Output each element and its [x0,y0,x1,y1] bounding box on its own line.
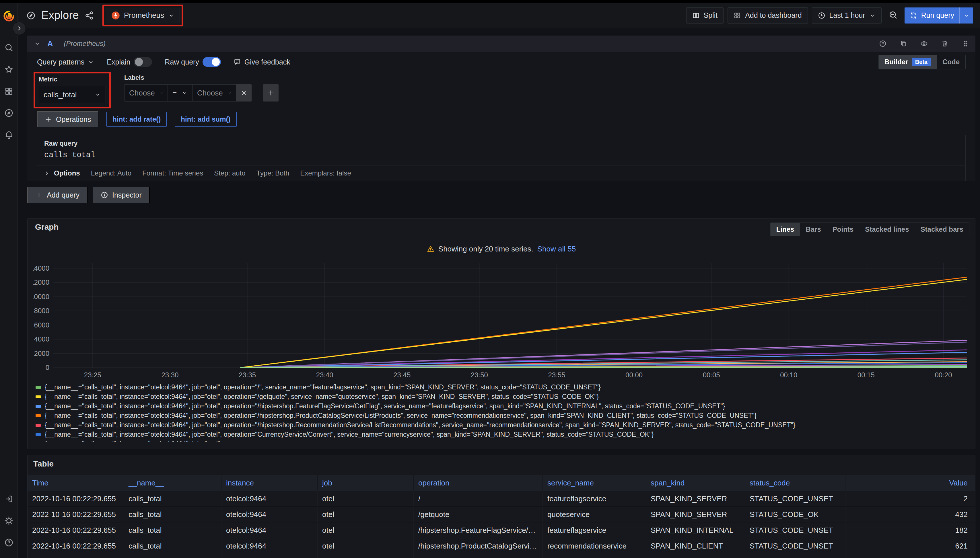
sidebar [0,3,18,558]
legend-item[interactable]: {__name__="calls_total", instance="otelc… [36,392,969,401]
chevron-down-icon [228,90,231,96]
column-header-span_kind[interactable]: span_kind [646,475,745,491]
drag-handle-icon[interactable] [962,40,969,47]
table-row[interactable]: 2022-10-16 00:22:29.655calls_totalotelco… [28,507,975,522]
cell-job: otel [317,522,413,538]
chevron-down-icon [95,92,101,98]
tab-builder[interactable]: Builder Beta [879,55,937,69]
share-icon[interactable] [85,11,94,20]
legend-item[interactable]: {__name__="calls_total", instance="otelc… [36,439,969,441]
zoom-out-button[interactable] [886,10,901,20]
graph-mode-stacked-lines[interactable]: Stacked lines [859,223,914,236]
cell-value: 621 [845,554,975,558]
sidebar-expand-button[interactable] [13,22,26,35]
datasource-picker[interactable]: Prometheus [106,8,180,23]
datasource-name: Prometheus [124,11,164,20]
sidebar-item-alerting[interactable] [0,124,18,146]
add-to-dashboard-button[interactable]: Add to dashboard [728,7,807,23]
y-axis-tick: 6000 [34,321,49,329]
add-query-button[interactable]: Add query [27,187,87,203]
run-query-button[interactable]: Run query [904,7,973,23]
query-help-icon[interactable] [879,40,886,47]
column-header-instance[interactable]: instance [221,475,317,491]
explain-toggle[interactable] [134,57,152,67]
table-row[interactable]: 2022-10-16 00:22:29.655calls_totalotelco… [28,522,975,538]
y-axis-tick: 8000 [34,307,49,315]
add-operation-button[interactable]: Operations [37,111,99,127]
split-button[interactable]: Split [686,7,724,23]
options-collapse-toggle[interactable]: Options [44,169,80,177]
duplicate-query-icon[interactable] [899,40,907,47]
x-axis-tick: 23:25 [84,371,101,379]
explain-label: Explain [107,58,130,66]
label-name-select[interactable]: Choose [124,84,168,102]
label-value-select[interactable]: Choose [192,84,236,102]
time-range-picker[interactable]: Last 1 hour [812,7,881,23]
table-row[interactable]: 2022-10-16 00:22:29.655calls_totalotelco… [28,538,975,554]
cell-span_kind: SPAN_KIND_CLIENT [646,538,745,554]
legend-item[interactable]: {__name__="calls_total", instance="otelc… [36,411,969,420]
legend-item[interactable]: {__name__="calls_total", instance="otelc… [36,382,969,392]
plus-icon [267,89,275,97]
query-ref-id: A [47,39,53,48]
trash-icon[interactable] [941,40,949,47]
sidebar-item-starred[interactable] [0,59,18,80]
graph-mode-points[interactable]: Points [827,223,859,236]
graph-mode-stacked-bars[interactable]: Stacked bars [915,223,969,236]
split-label: Split [704,11,718,20]
column-header-status_code[interactable]: status_code [745,475,845,491]
x-axis-tick: 23:35 [239,371,256,379]
hint-add-sum-button[interactable]: hint: add sum() [175,112,237,127]
chevron-down-icon [160,90,163,96]
column-header-value[interactable]: Value [845,475,975,491]
legend-item[interactable]: {__name__="calls_total", instance="otelc… [36,401,969,411]
graph-mode-bars[interactable]: Bars [800,223,827,236]
cell-name: calls_total [123,538,221,554]
grafana-logo[interactable] [3,3,15,29]
label-operator-select[interactable]: = [168,84,192,102]
sidebar-top-icons [0,37,18,146]
compass-icon [4,108,13,118]
tab-code[interactable]: Code [937,55,965,69]
legend-series-label: {__name__="calls_total", instance="otelc… [45,440,229,441]
sidebar-item-sign-in[interactable] [0,488,18,510]
legend-color-swatch [36,424,41,427]
disable-query-eye-icon[interactable] [920,40,928,47]
graph-mode-lines[interactable]: Lines [771,223,800,236]
sidebar-item-dashboards[interactable] [0,80,18,102]
legend-item[interactable]: {__name__="calls_total", instance="otelc… [36,430,969,439]
query-row-header[interactable]: A (Prometheus) [27,36,975,52]
query-editor-body: Query patterns Explain Raw query Give fe… [27,52,975,181]
legend-item[interactable]: {__name__="calls_total", instance="otelc… [36,420,969,430]
sidebar-item-explore[interactable] [0,102,18,124]
chevron-down-icon[interactable] [34,40,41,47]
raw-query-toggle[interactable] [202,57,221,67]
column-header-operation[interactable]: operation [413,475,543,491]
label-operator-value: = [173,89,177,97]
query-patterns-dropdown[interactable]: Query patterns [37,58,94,66]
remove-label-filter-button[interactable] [236,84,252,102]
column-header-time[interactable]: Time [28,475,123,491]
column-header-name[interactable]: __name__ [123,475,221,491]
table-row[interactable]: 2022-10-16 00:22:29.655calls_totalotelco… [28,491,975,507]
cell-service_name: featureflagservice [543,522,646,538]
column-header-job[interactable]: job [317,475,413,491]
star-icon [4,65,13,74]
show-all-series-link[interactable]: Show all 55 [537,245,576,253]
sidebar-item-configuration[interactable] [0,510,18,532]
table-row[interactable]: 2022-10-16 00:22:29.655calls_totalotelco… [28,554,975,558]
cell-job: otel [317,554,413,558]
x-axis-tick: 00:20 [935,371,952,379]
time-series-chart[interactable]: 0200040006000800010000120001400023:2523:… [33,260,969,380]
column-header-service_name[interactable]: service_name [543,475,646,491]
add-label-filter-button[interactable] [263,84,279,102]
hint-add-rate-button[interactable]: hint: add rate() [107,112,167,127]
inspector-button[interactable]: Inspector [93,187,150,203]
give-feedback-link[interactable]: Give feedback [233,58,290,66]
cell-value: 432 [845,507,975,522]
metric-select[interactable]: calls_total [39,86,106,103]
sidebar-item-search[interactable] [0,37,18,59]
run-query-dropdown[interactable] [959,7,973,23]
chevron-down-icon [182,90,187,96]
sidebar-item-help[interactable] [0,532,18,553]
